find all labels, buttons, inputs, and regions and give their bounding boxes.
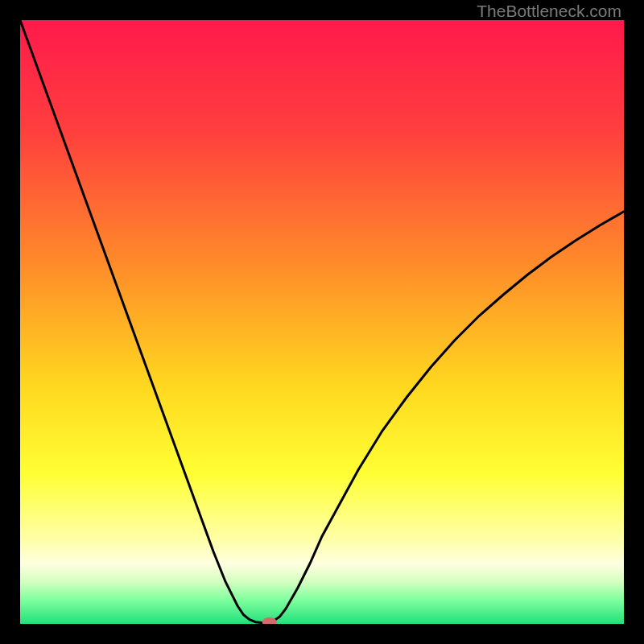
watermark-text: TheBottleneck.com (477, 2, 621, 21)
chart-background (20, 20, 624, 624)
bottleneck-chart (20, 20, 624, 624)
chart-frame (20, 20, 624, 624)
